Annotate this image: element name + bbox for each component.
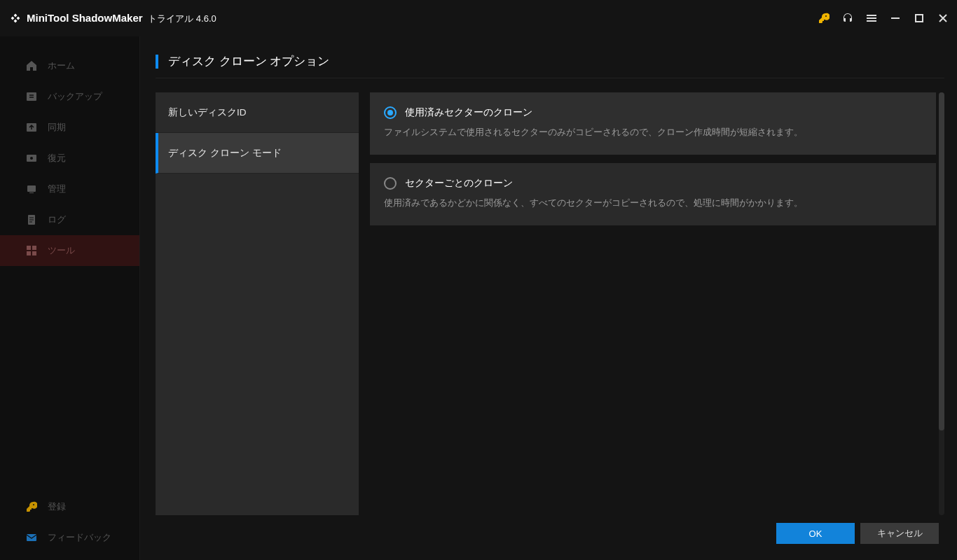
titlebar: MiniTool ShadowMaker トライアル 4.6.0 [0,0,957,36]
panel-item-new-disk-id[interactable]: 新しいディスクID [156,92,359,133]
sidebar-item-tool[interactable]: ツール [0,235,139,266]
close-icon[interactable] [937,13,949,24]
menu-icon[interactable] [866,13,877,24]
radio-icon[interactable] [384,106,397,119]
radio-icon[interactable] [384,177,397,190]
svg-point-8 [30,157,33,160]
header-accent-bar [156,55,158,69]
sidebar-item-label: 復元 [48,152,66,164]
svg-rect-3 [891,18,900,19]
sidebar-item-label: ツール [48,244,75,257]
sidebar-item-restore[interactable]: 復元 [0,143,139,174]
svg-rect-10 [29,192,34,193]
option-title: セクターごとのクローン [405,177,513,190]
panel-item-label: 新しいディスクID [168,106,247,119]
home-icon [25,59,38,72]
tool-icon [25,244,38,257]
panel-item-clone-mode[interactable]: ディスク クローン モード [156,133,359,174]
log-icon [25,214,38,226]
option-sector-by-sector-clone[interactable]: セクターごとのクローン 使用済みであるかどかに関係なく、すべてのセクターがコピー… [370,163,936,225]
svg-rect-0 [867,15,876,16]
manage-icon [25,183,38,195]
sidebar-item-backup[interactable]: バックアップ [0,81,139,112]
sync-icon [25,121,38,134]
sidebar: ホーム バックアップ 同期 復元 管理 ログ [0,36,140,560]
option-description: ファイルシステムで使用されるセクターのみがコピーされるので、クローン作成時間が短… [384,126,922,139]
svg-rect-1 [867,18,876,19]
backup-icon [25,90,38,103]
sidebar-item-manage[interactable]: 管理 [0,174,139,204]
page-title: ディスク クローン オプション [168,53,329,69]
scrollbar-thumb[interactable] [939,92,944,430]
options-panel: 使用済みセクターのクローン ファイルシステムで使用されるセクターのみがコピーされ… [370,92,936,515]
ok-button[interactable]: OK [776,523,855,544]
svg-rect-14 [27,251,31,255]
sidebar-item-label: ログ [48,214,66,226]
svg-rect-2 [867,20,876,22]
sidebar-item-log[interactable]: ログ [0,204,139,235]
svg-rect-16 [27,534,36,541]
sidebar-item-label: バックアップ [48,90,102,103]
headphones-icon[interactable] [842,13,853,24]
svg-rect-12 [27,246,31,250]
key-icon [25,500,38,513]
option-title: 使用済みセクターのクローン [405,106,532,119]
sidebar-item-label: フィードバック [48,531,111,544]
app-logo-icon [10,13,21,24]
cancel-button[interactable]: キャンセル [860,523,939,544]
sidebar-item-sync[interactable]: 同期 [0,112,139,143]
sidebar-item-label: 管理 [48,183,66,195]
sidebar-item-register[interactable]: 登録 [0,491,139,522]
svg-rect-4 [916,15,923,22]
minimize-icon[interactable] [890,13,901,24]
options-category-panel: 新しいディスクID ディスク クローン モード [156,92,359,515]
sidebar-item-feedback[interactable]: フィードバック [0,522,139,553]
restore-icon [25,152,38,164]
svg-rect-15 [32,251,36,255]
option-description: 使用済みであるかどかに関係なく、すべてのセクターがコピーされるので、処理に時間が… [384,197,922,210]
svg-rect-13 [32,246,36,250]
key-icon[interactable] [818,13,829,24]
footer: OK キャンセル [156,515,944,552]
mail-icon [25,531,38,544]
svg-rect-9 [27,186,36,192]
page-header: ディスク クローン オプション [156,53,944,78]
sidebar-item-label: 同期 [48,121,66,134]
option-used-sector-clone[interactable]: 使用済みセクターのクローン ファイルシステムで使用されるセクターのみがコピーされ… [370,92,936,155]
sidebar-item-label: 登録 [48,500,66,513]
main-area: ディスク クローン オプション 新しいディスクID ディスク クローン モード … [140,36,957,560]
sidebar-item-home[interactable]: ホーム [0,50,139,81]
panel-item-label: ディスク クローン モード [168,147,282,160]
scrollbar[interactable] [939,92,944,515]
maximize-icon[interactable] [914,13,925,24]
svg-rect-5 [27,92,36,101]
sidebar-item-label: ホーム [48,59,75,72]
app-title: MiniTool ShadowMaker トライアル 4.6.0 [27,12,216,25]
